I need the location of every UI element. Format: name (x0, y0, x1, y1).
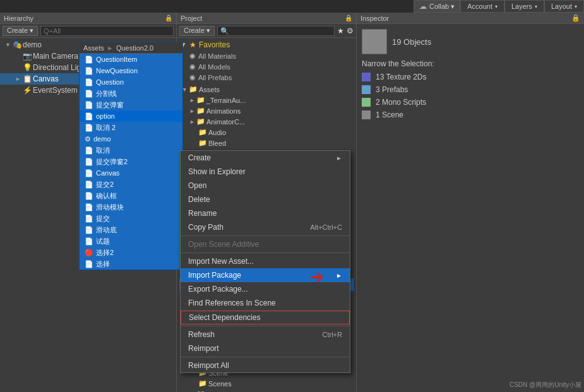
favorites-header[interactable]: ▼ ★ Favorites (177, 39, 356, 50)
hierarchy-title: Hierarchy (4, 15, 33, 22)
ctx-assets-label: Assets (83, 44, 104, 52)
ctx-item-newquestion[interactable]: 📄 NewQuestion (80, 65, 182, 76)
project-create-button[interactable]: Create ▾ (179, 26, 215, 36)
terrainau-folder-icon: 📁 (196, 96, 205, 104)
rcm-open[interactable]: Open (181, 179, 350, 193)
rcm-reimport-all[interactable]: Reimport All (181, 359, 350, 372)
layers-button[interactable]: Layers ▾ (504, 0, 544, 13)
inspector-header: Inspector 🔒 (357, 13, 584, 24)
hierarchy-create-button[interactable]: Create ▾ (3, 26, 38, 36)
canvas-icon: 📋 (23, 74, 32, 83)
inspector-title: Inspector (361, 15, 389, 22)
ctx-item-divline[interactable]: 📄 分割线 (80, 88, 182, 99)
collab-button[interactable]: ☁ Collab ▾ (414, 0, 460, 13)
narrow-item-scene[interactable]: 1 Scene (362, 109, 579, 121)
rcm-import-asset[interactable]: Import New Asset... (181, 254, 350, 268)
rcm-open-scene-additive: Open Scene Additive (181, 237, 350, 251)
ctx-item-submit-dialog2[interactable]: 📄 提交弹窗2 (80, 156, 182, 167)
ctx-slider-icon: 📄 (85, 203, 93, 211)
asset-item-assets[interactable]: ▼ 📁 Assets (177, 84, 356, 95)
ctx-item-slider-module[interactable]: 📄 滑动模块 (80, 201, 182, 213)
account-label: Account (467, 3, 492, 10)
project-header: Project 🔒 (177, 13, 356, 24)
narrow-item-texture2ds[interactable]: 13 Texture 2Ds (362, 71, 579, 83)
ctx-quiz-icon: 📄 (85, 237, 93, 246)
ctx-choice-icon: 📄 (85, 260, 93, 268)
project-search-input[interactable] (217, 26, 335, 36)
rcm-create[interactable]: Create ► (181, 151, 350, 165)
favorites-label: Favorites (199, 40, 230, 49)
asset-item-animations[interactable]: ► 📁 Animations (177, 105, 356, 116)
narrow-selection-label: Narrow the Selection: (362, 59, 579, 68)
rcm-select-dependencies[interactable]: Select Dependencies (181, 311, 350, 324)
inspector-content: 19 Objects Narrow the Selection: 13 Text… (357, 24, 584, 126)
ctx-item-canvas[interactable]: 📄 Canvas (80, 167, 182, 179)
rcm-copy-path[interactable]: Copy Path Alt+Ctrl+C (181, 220, 350, 234)
rcm-divider2 (181, 252, 350, 253)
rcm-export-package[interactable]: Export Package... (181, 282, 350, 296)
audio-folder-icon: 📁 (198, 128, 207, 136)
rcm-reimport[interactable]: Reimport (181, 342, 350, 355)
inspector-panel: Inspector 🔒 19 Objects Narrow the Select… (357, 13, 584, 392)
rcm-delete[interactable]: Delete (181, 193, 350, 206)
rcm-find-references[interactable]: Find References In Scene (181, 296, 350, 310)
fav-item-all-materials[interactable]: ◉ All Materials (177, 50, 356, 61)
assets-label: Assets (199, 86, 220, 93)
ctx-item-cancel[interactable]: 📄 取消 (80, 145, 182, 156)
mono-color-box (362, 98, 371, 107)
asset-item-audio[interactable]: 📁 Audio (177, 127, 356, 138)
narrow-item-mono[interactable]: 2 Mono Scripts (362, 96, 579, 109)
fav-item-all-models[interactable]: ◉ All Models (177, 61, 356, 72)
rcm-import-package[interactable]: Import Package ► (181, 268, 350, 282)
ctx-item-submit2[interactable]: 📄 提交2 (80, 179, 182, 190)
fav-item-all-prefabs[interactable]: ◉ All Prefabs (177, 72, 356, 83)
layout-button[interactable]: Layout ▾ (544, 0, 584, 13)
camera-icon: 📷 (23, 52, 32, 61)
ctx-item-demo[interactable]: ⚙ demo (80, 133, 182, 145)
asset-item-scenes[interactable]: 📁 Scenes (177, 378, 356, 389)
ctx-item-quiz[interactable]: 📄 试题 (80, 235, 182, 247)
project-lock-icon: 🔒 (345, 15, 352, 21)
inspector-object-icon (362, 29, 387, 54)
hierarchy-toolbar: Create ▾ (0, 24, 176, 38)
ctx-item-submit-dialog[interactable]: 📄 提交弹窗 (80, 99, 182, 110)
layout-arrow-icon: ▾ (575, 4, 577, 9)
ctx-item-choice[interactable]: 📄 选择 (80, 258, 182, 270)
rcm-create-arrow-icon: ► (336, 155, 342, 162)
asset-item-scripts[interactable]: ► 📁 Scripts (177, 389, 356, 392)
light-icon: 💡 (23, 63, 32, 72)
ctx-item-submit[interactable]: 📄 提交 (80, 213, 182, 224)
red-arrow-indicator: ➜ (309, 266, 324, 287)
narrow-item-prefabs[interactable]: 3 Prefabs (362, 83, 579, 96)
asset-item-animatorc[interactable]: ► 📁 AnimatorC... (177, 116, 356, 127)
rcm-refresh[interactable]: Refresh Ctrl+R (181, 328, 350, 342)
ctx-submit-icon: 📄 (85, 101, 93, 109)
bleed-folder-icon: 📁 (198, 139, 207, 147)
hierarchy-search-input[interactable] (40, 26, 174, 36)
scene-icon: 🎭 (13, 40, 21, 49)
ctx-item-option[interactable]: 📄 option (80, 110, 182, 122)
asset-item-bleed[interactable]: 📁 Bleed (177, 138, 356, 148)
rcm-divider1 (181, 235, 350, 236)
rcm-rename[interactable]: Rename (181, 206, 350, 220)
asset-item-terrainau[interactable]: ► 📁 _TerrainAu... (177, 95, 356, 105)
ctx-item-question[interactable]: 📄 Question (80, 76, 182, 88)
rcm-show-explorer[interactable]: Show in Explorer (181, 165, 350, 179)
inspector-objects-count: 19 Objects (392, 37, 431, 47)
rcm-refresh-shortcut: Ctrl+R (323, 331, 342, 338)
ctx-item-slider-bottom[interactable]: 📄 滑动底 (80, 224, 182, 235)
ctx-item-questionitem[interactable]: 📄 QuestionItem (80, 54, 182, 65)
ctx-item-cancel2[interactable]: 📄 取消 2 (80, 122, 182, 133)
ctx-item-confirm-box[interactable]: 📄 确认框 (80, 190, 182, 201)
tex2d-color-box (362, 73, 371, 81)
prefabs-icon: ◉ (189, 73, 196, 81)
assets-folder-icon: 📁 (189, 85, 198, 93)
scene-color-box (362, 110, 371, 119)
hierarchy-header: Hierarchy 🔒 (0, 13, 176, 24)
ctx-file2-icon: 📄 (85, 67, 93, 75)
prefab-narrow-icon (362, 86, 372, 93)
scenes-folder-icon: 📁 (198, 379, 207, 388)
materials-icon: ◉ (189, 52, 196, 60)
ctx-item-choice2[interactable]: 🔴 选择2 (80, 247, 182, 258)
account-button[interactable]: Account ▾ (460, 0, 504, 13)
